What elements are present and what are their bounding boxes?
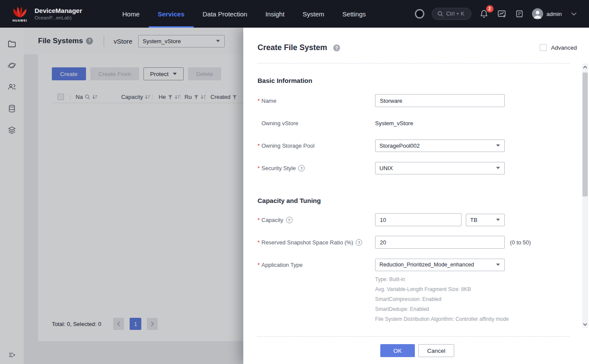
security-style-label: * Security Style ? [258, 165, 375, 171]
chevron-down-icon [496, 166, 500, 170]
performance-alerts-button[interactable] [497, 9, 507, 19]
chevron-up-icon [583, 66, 587, 69]
security-style-help-icon[interactable]: ? [298, 165, 305, 171]
apptype-detail-line: Avg. Variable-Length Fragment Size: 8KB [375, 285, 570, 294]
application-type-row: * Application Type Reduction_Prioritized… [258, 253, 570, 276]
scroll-down-button[interactable] [582, 321, 588, 328]
device-name: OceanP...enLab) [35, 15, 82, 21]
scrollbar-thumb[interactable] [583, 73, 588, 196]
user-menu-chevron-icon[interactable] [569, 9, 579, 19]
dialog-title-text: Create File System [258, 43, 327, 52]
dialog-help-icon[interactable]: ? [333, 44, 340, 51]
required-asterisk: * [258, 239, 260, 246]
name-input[interactable] [375, 94, 505, 107]
dialog-header: Create File System ? Advanced [243, 28, 589, 63]
task-list-button[interactable] [514, 9, 525, 19]
notifications-button[interactable]: 2 [479, 9, 489, 19]
advanced-toggle[interactable]: Advanced [540, 44, 577, 51]
dialog-scrollbar[interactable] [582, 63, 588, 328]
huawei-fan-icon [12, 6, 28, 19]
snapshot-ratio-input[interactable] [375, 236, 505, 249]
chevron-down-icon [496, 263, 500, 266]
required-asterisk: * [258, 98, 260, 104]
capacity-row: * Capacity ? TB [258, 209, 570, 231]
app-title: DeviceManager [35, 7, 82, 15]
performance-chart-icon [497, 9, 506, 19]
application-type-details: Type: Built-in Avg. Variable-Length Frag… [375, 275, 570, 324]
nav-item-insight[interactable]: Insight [256, 0, 293, 28]
chevron-down-icon [496, 144, 500, 147]
document-list-icon [515, 9, 524, 18]
search-icon [437, 11, 443, 17]
nav-item-data-protection[interactable]: Data Protection [194, 0, 256, 28]
dialog-separator-top [258, 63, 570, 63]
capacity-tuning-heading: Capacity and Tuning [258, 196, 570, 205]
avatar-icon [532, 8, 543, 19]
chevron-down-icon [496, 218, 500, 222]
snapshot-ratio-hint: (0 to 50) [510, 239, 531, 246]
apptype-detail-line: File System Distribution Algorithm: Cont… [375, 314, 570, 324]
user-avatar[interactable] [532, 8, 543, 19]
brand: HUAWEI DeviceManager OceanP...enLab) [10, 6, 82, 22]
create-file-system-dialog: Create File System ? Advanced Basic Info… [243, 28, 589, 364]
application-type-select[interactable]: Reduction_Prioritized_Mode_enhanced [375, 259, 505, 271]
owning-vstore-value: System_vStore [375, 120, 413, 127]
security-style-select[interactable]: UNIX [375, 162, 505, 174]
apptype-detail-line: SmartDedupe: Enabled [375, 304, 570, 314]
basic-information-heading: Basic Information [258, 76, 570, 85]
nav-item-system[interactable]: System [293, 0, 333, 28]
device-manager-screen: HUAWEI DeviceManager OceanP...enLab) Hom… [0, 0, 589, 364]
ok-button[interactable]: OK [380, 344, 415, 357]
pool-selected-value: StoragePool002 [379, 142, 420, 149]
dialog-actions: OK Cancel [258, 337, 577, 357]
cancel-button[interactable]: Cancel [418, 344, 454, 357]
notification-badge: 2 [486, 5, 493, 13]
owning-storage-pool-row: * Owning Storage Pool StoragePool002 [258, 134, 570, 157]
capacity-help-icon[interactable]: ? [286, 217, 293, 223]
capacity-unit-select[interactable]: TB [466, 214, 505, 226]
capacity-label: * Capacity ? [258, 217, 375, 223]
dialog-title: Create File System ? [258, 43, 340, 52]
security-style-row: * Security Style ? UNIX [258, 157, 570, 179]
huawei-wordmark: HUAWEI [13, 19, 27, 22]
nav-utilities: Ctrl + K 2 [415, 0, 579, 28]
nav-item-settings[interactable]: Settings [333, 0, 375, 28]
scroll-up-button[interactable] [582, 63, 588, 70]
search-shortcut: Ctrl + K [446, 11, 465, 17]
modal-dim-overlay [0, 28, 243, 364]
dialog-footer: OK Cancel [258, 336, 577, 357]
owning-vstore-row: Owning vStore System_vStore [258, 112, 570, 134]
name-row: * Name [258, 89, 570, 112]
required-asterisk: * [258, 142, 260, 149]
application-type-label: * Application Type [258, 262, 375, 268]
capacity-unit-value: TB [470, 217, 478, 223]
owning-vstore-label: Owning vStore [258, 120, 375, 127]
required-asterisk: * [258, 217, 260, 223]
apptype-detail-line: Type: Built-in [375, 275, 570, 285]
owning-storage-pool-label: * Owning Storage Pool [258, 142, 375, 149]
advanced-label: Advanced [551, 44, 577, 51]
dialog-body: Basic Information * Name Owning vStore S… [243, 76, 589, 324]
user-name[interactable]: admin [547, 11, 562, 17]
apptype-detail-line: SmartCompression: Enabled [375, 294, 570, 304]
required-asterisk: * [258, 165, 260, 171]
advanced-checkbox[interactable] [540, 44, 547, 51]
main-menu: Home Services Data Protection Insight Sy… [113, 0, 375, 28]
name-label: * Name [258, 98, 375, 104]
owning-storage-pool-select[interactable]: StoragePool002 [375, 139, 505, 152]
security-selected-value: UNIX [379, 165, 393, 171]
nav-item-services[interactable]: Services [149, 0, 194, 28]
chevron-down-icon [583, 323, 587, 326]
nav-item-home[interactable]: Home [113, 0, 149, 28]
brand-text: DeviceManager OceanP...enLab) [35, 7, 82, 21]
snapshot-ratio-label: * Reserved Snapshot Space Ratio (%) ? [258, 239, 375, 246]
snapshot-ratio-help-icon[interactable]: ? [356, 239, 362, 246]
capacity-input[interactable] [375, 213, 462, 226]
application-type-value: Reduction_Prioritized_Mode_enhanced [379, 262, 474, 268]
top-nav: HUAWEI DeviceManager OceanP...enLab) Hom… [0, 0, 589, 28]
assistant-orb-icon[interactable] [415, 9, 424, 19]
snapshot-ratio-row: * Reserved Snapshot Space Ratio (%) ? (0… [258, 231, 570, 253]
global-search[interactable]: Ctrl + K [432, 8, 471, 20]
required-asterisk: * [258, 262, 260, 268]
huawei-logo: HUAWEI [10, 6, 29, 22]
